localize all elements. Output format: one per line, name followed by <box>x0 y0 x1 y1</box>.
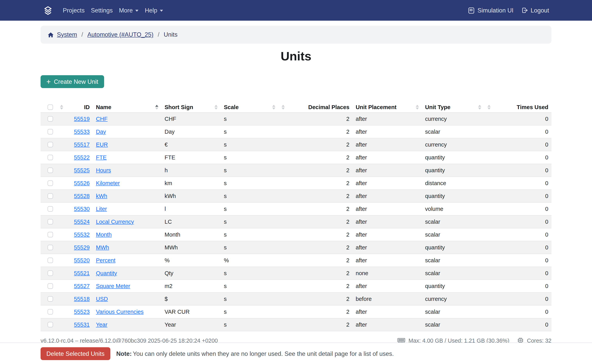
cell-value: Month <box>164 232 180 238</box>
unit-id-link[interactable]: 55519 <box>74 116 90 122</box>
nav-item-logout[interactable]: Logout <box>521 7 549 14</box>
unit-name-link[interactable]: Liter <box>96 206 107 212</box>
unit-id-link[interactable]: 55518 <box>74 296 90 302</box>
column-header-short_sign[interactable]: Short Sign <box>161 102 221 112</box>
unit-id-link[interactable]: 55528 <box>74 193 90 199</box>
row-checkbox[interactable] <box>48 155 53 160</box>
nav-item-settings[interactable]: Settings <box>88 7 116 14</box>
unit-id-link[interactable]: 55523 <box>74 309 90 315</box>
row-checkbox[interactable] <box>48 168 53 173</box>
breadcrumb-link-automotive[interactable]: Automotive (#AUTO_25) <box>87 31 153 38</box>
brand-logo[interactable] <box>44 6 52 15</box>
unit-name-link[interactable]: kWh <box>96 193 107 199</box>
sort-carets-icon[interactable] <box>416 105 419 110</box>
unit-id-link[interactable]: 55531 <box>74 322 90 328</box>
column-header-name[interactable]: Name <box>93 102 161 112</box>
sort-carets-icon[interactable] <box>155 105 158 110</box>
cell-unit_placement: after <box>353 318 422 331</box>
unit-name-link[interactable]: Kilometer <box>96 180 120 186</box>
row-checkbox[interactable] <box>48 258 53 263</box>
cell-value: after <box>356 154 367 161</box>
unit-id-link[interactable]: 55517 <box>74 142 90 148</box>
row-checkbox[interactable] <box>48 270 53 276</box>
cell-unit_type: currency <box>422 292 484 305</box>
unit-name-link[interactable]: Local Currency <box>96 219 134 225</box>
unit-id-link[interactable]: 55525 <box>74 167 90 173</box>
unit-name-link[interactable]: FTE <box>96 154 107 161</box>
delete-selected-units-button[interactable]: Delete Selected Units <box>40 347 110 360</box>
row-checkbox[interactable] <box>48 296 53 302</box>
cell-id: 55533 <box>57 125 93 138</box>
sort-carets-icon[interactable] <box>487 105 491 110</box>
row-checkbox[interactable] <box>48 193 53 199</box>
row-checkbox[interactable] <box>48 219 53 224</box>
cell-name: Year <box>93 318 161 331</box>
nav-item-more[interactable]: More <box>116 7 142 14</box>
row-checkbox-cell <box>40 292 57 305</box>
unit-name-link[interactable]: Quantity <box>96 270 117 276</box>
unit-name-link[interactable]: Various Currencies <box>96 309 144 315</box>
unit-id-link[interactable]: 55532 <box>74 232 90 238</box>
unit-name-link[interactable]: Day <box>96 129 106 135</box>
cell-value: 2 <box>346 154 349 161</box>
unit-id-link[interactable]: 55526 <box>74 180 90 186</box>
unit-name-link[interactable]: Hours <box>96 167 111 173</box>
cell-value: 0 <box>545 193 548 199</box>
breadcrumb-link-system[interactable]: System <box>57 31 77 38</box>
unit-id-link[interactable]: 55521 <box>74 270 90 276</box>
cell-value: after <box>356 206 367 212</box>
cell-decimal_places: 2 <box>278 292 353 305</box>
row-checkbox[interactable] <box>48 322 53 327</box>
unit-id-link[interactable]: 55527 <box>74 283 90 289</box>
cell-times_used: 0 <box>484 125 552 138</box>
home-icon <box>48 32 54 38</box>
unit-id-link[interactable]: 55522 <box>74 154 90 161</box>
row-checkbox[interactable] <box>48 283 53 289</box>
cell-value: 2 <box>346 309 349 315</box>
unit-name-link[interactable]: Month <box>96 232 112 238</box>
cell-unit_type: scalar <box>422 305 484 318</box>
column-header-decimal_places[interactable]: Decimal Places <box>278 102 353 112</box>
unit-id-link[interactable]: 55520 <box>74 257 90 263</box>
unit-name-link[interactable]: EUR <box>96 142 108 148</box>
unit-name-link[interactable]: CHF <box>96 116 108 122</box>
unit-name-link[interactable]: Year <box>96 322 107 328</box>
cell-short_sign: LC <box>161 215 221 228</box>
cell-scale: s <box>221 177 278 190</box>
unit-id-link[interactable]: 55530 <box>74 206 90 212</box>
row-checkbox[interactable] <box>48 142 53 147</box>
sort-carets-icon[interactable] <box>282 105 285 110</box>
select-all-checkbox[interactable] <box>48 104 53 110</box>
unit-id-link[interactable]: 55529 <box>74 244 90 251</box>
sort-carets-icon[interactable] <box>478 105 481 110</box>
create-new-unit-button[interactable]: + Create New Unit <box>40 75 104 88</box>
nav-item-help[interactable]: Help <box>142 7 166 14</box>
unit-name-link[interactable]: Percent <box>96 257 115 263</box>
row-checkbox[interactable] <box>48 232 53 237</box>
cell-scale: s <box>221 190 278 202</box>
column-header-id[interactable]: ID <box>57 102 93 112</box>
column-header-times_used[interactable]: Times Used <box>484 102 552 112</box>
row-checkbox[interactable] <box>48 206 53 212</box>
column-header-unit_type[interactable]: Unit Type <box>422 102 484 112</box>
sort-carets-icon[interactable] <box>60 105 63 110</box>
unit-name-link[interactable]: USD <box>96 296 108 302</box>
unit-name-link[interactable]: Square Meter <box>96 283 130 289</box>
sort-carets-icon[interactable] <box>215 105 218 110</box>
cell-short_sign: FTE <box>161 151 221 164</box>
row-checkbox[interactable] <box>48 129 53 135</box>
row-checkbox[interactable] <box>48 309 53 314</box>
nav-item-simulation-ui[interactable]: Simulation UI <box>468 7 513 14</box>
column-header-scale[interactable]: Scale <box>221 102 278 112</box>
column-header-unit_placement[interactable]: Unit Placement <box>353 102 422 112</box>
row-checkbox[interactable] <box>48 245 53 250</box>
row-checkbox[interactable] <box>48 181 53 186</box>
unit-name-link[interactable]: MWh <box>96 244 109 251</box>
unit-id-link[interactable]: 55533 <box>74 129 90 135</box>
row-checkbox[interactable] <box>48 116 53 122</box>
unit-id-link[interactable]: 55524 <box>74 219 90 225</box>
nav-item-projects[interactable]: Projects <box>60 7 88 14</box>
sort-carets-icon[interactable] <box>272 105 275 110</box>
cell-times_used: 0 <box>484 164 552 177</box>
cell-value: scalar <box>425 257 440 263</box>
